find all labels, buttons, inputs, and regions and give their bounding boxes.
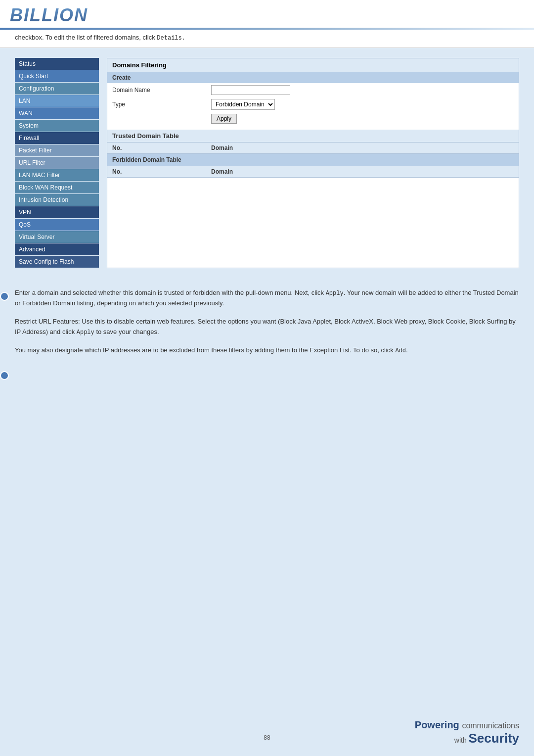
footer-brand: Powering communications with Security bbox=[415, 719, 519, 746]
sidebar-item-block-wan[interactable]: Block WAN Request bbox=[15, 182, 99, 193]
description-paragraph-2: Restrict URL Features: Use this to disab… bbox=[15, 317, 519, 337]
forbidden-table-title: Forbidden Domain Table bbox=[107, 154, 519, 166]
trusted-col-no: No. bbox=[107, 142, 206, 154]
sidebar-item-system[interactable]: System bbox=[15, 120, 99, 132]
sidebar-item-virtual-server[interactable]: Virtual Server bbox=[15, 231, 99, 243]
desc1-mono: Apply bbox=[326, 290, 344, 297]
sidebar: Status Quick Start Configuration LAN WAN… bbox=[15, 58, 99, 268]
desc3-text2: . bbox=[406, 346, 408, 354]
type-extra bbox=[488, 97, 519, 112]
desc1-text: Enter a domain and selected whether this… bbox=[15, 289, 326, 296]
domains-filtering-table: Domains Filtering Create Domain Name Typ… bbox=[107, 58, 519, 178]
description-paragraph-1: Enter a domain and selected whether this… bbox=[15, 288, 519, 309]
logo: BILLION bbox=[10, 5, 88, 28]
decorative-circle-1 bbox=[0, 292, 9, 301]
apply-extra bbox=[488, 112, 519, 126]
sidebar-item-wan[interactable]: WAN bbox=[15, 107, 99, 119]
decorative-circle-2 bbox=[0, 371, 9, 380]
forbidden-col-domain: Domain bbox=[206, 166, 519, 178]
domain-name-input[interactable] bbox=[211, 85, 290, 95]
desc2-text2: to save your changes. bbox=[94, 328, 159, 335]
sidebar-item-packet-filter[interactable]: Packet Filter bbox=[15, 144, 99, 156]
domains-filtering-title: Domains Filtering bbox=[107, 58, 519, 72]
trusted-col-domain: Domain bbox=[206, 142, 519, 154]
page-number: 88 bbox=[264, 734, 270, 741]
sidebar-item-intrusion[interactable]: Intrusion Detection bbox=[15, 194, 99, 206]
description-area: Enter a domain and selected whether this… bbox=[0, 278, 534, 374]
sidebar-item-save-config[interactable]: Save Config to Flash bbox=[15, 256, 99, 268]
content-panel: Domains Filtering Create Domain Name Typ… bbox=[107, 58, 519, 268]
desc2-mono: Apply bbox=[77, 329, 94, 336]
footer-powering-text: Powering communications bbox=[415, 719, 519, 730]
sidebar-item-status[interactable]: Status bbox=[15, 58, 99, 70]
domain-name-label: Domain Name bbox=[107, 83, 206, 97]
intro-text: checkbox. To edit the list of filtered d… bbox=[0, 30, 534, 48]
sidebar-item-configuration[interactable]: Configuration bbox=[15, 83, 99, 94]
spacer-row bbox=[107, 126, 519, 130]
apply-button[interactable]: Apply bbox=[211, 114, 237, 124]
header: BILLION bbox=[0, 0, 534, 28]
trusted-table-title: Trusted Domain Table bbox=[107, 130, 519, 142]
sidebar-item-qos[interactable]: QoS bbox=[15, 219, 99, 231]
sidebar-item-lan[interactable]: LAN bbox=[15, 95, 99, 107]
sidebar-item-vpn[interactable]: VPN bbox=[15, 206, 99, 218]
footer-powering-line: Powering communications bbox=[415, 719, 519, 731]
apply-cell: Apply bbox=[206, 112, 488, 126]
footer-security-line: with Security bbox=[415, 731, 519, 746]
type-cell: Forbidden Domain Trusted Domain bbox=[206, 97, 488, 112]
main-layout: Status Quick Start Configuration LAN WAN… bbox=[0, 48, 534, 278]
sidebar-item-lan-mac-filter[interactable]: LAN MAC Filter bbox=[15, 169, 99, 181]
domain-name-cell bbox=[206, 83, 488, 97]
type-label: Type bbox=[107, 97, 206, 112]
forbidden-col-no: No. bbox=[107, 166, 206, 178]
desc3-mono: Add bbox=[395, 347, 406, 354]
desc3-text: You may also designate which IP addresse… bbox=[15, 346, 395, 354]
type-select[interactable]: Forbidden Domain Trusted Domain bbox=[211, 99, 275, 110]
create-section-label: Create bbox=[107, 72, 519, 84]
sidebar-item-quick-start[interactable]: Quick Start bbox=[15, 70, 99, 82]
intro-text-content: checkbox. To edit the list of filtered d… bbox=[15, 34, 157, 41]
intro-monospace: Details. bbox=[157, 35, 185, 42]
description-paragraph-3: You may also designate which IP addresse… bbox=[15, 345, 519, 356]
sidebar-item-firewall[interactable]: Firewall bbox=[15, 132, 99, 144]
domain-name-extra bbox=[488, 83, 519, 97]
apply-cell-empty bbox=[107, 112, 206, 126]
sidebar-item-advanced[interactable]: Advanced bbox=[15, 243, 99, 255]
sidebar-item-url-filter[interactable]: URL Filter bbox=[15, 157, 99, 169]
footer-security-text: Security bbox=[468, 731, 519, 746]
footer-with-text: with bbox=[454, 736, 467, 744]
